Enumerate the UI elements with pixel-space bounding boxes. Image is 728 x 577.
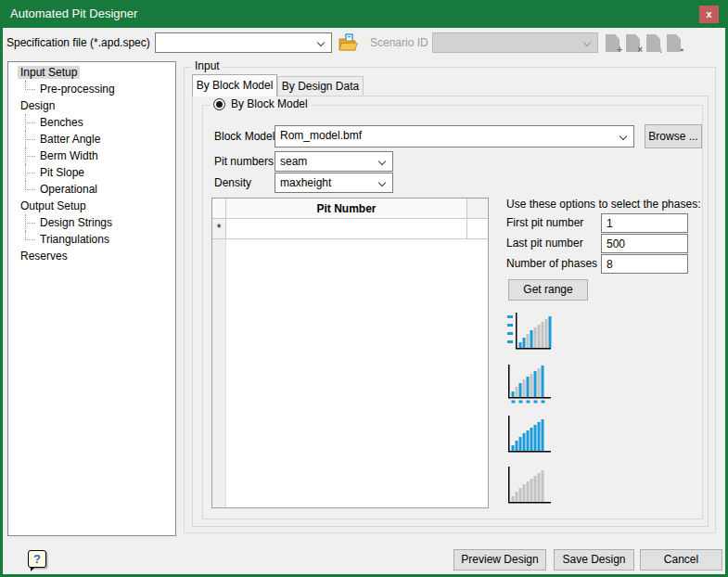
by-block-model-radio-label: By Block Model (231, 97, 308, 110)
tree-item-pre-processing[interactable]: Pre-processing (8, 81, 175, 97)
all-phases-selected-icon[interactable] (506, 412, 553, 455)
input-groupbox: Input By Block Model By Design Data By B… (184, 67, 716, 533)
table-row-filler (467, 219, 488, 239)
first-pit-number-field[interactable] (601, 213, 688, 233)
spec-file-combobox[interactable] (155, 32, 332, 53)
scenario-save-icon: ▪ (667, 34, 681, 52)
block-model-label: Block Model (214, 125, 275, 147)
tree-item-batter-angle[interactable]: Batter Angle (8, 131, 175, 147)
tree-item-pit-slope[interactable]: Pit Slope (8, 164, 175, 181)
by-block-model-radio[interactable] (213, 98, 225, 110)
phase-filter-by-value-icon[interactable] (506, 309, 553, 352)
square-badge: ▪ (680, 45, 683, 55)
tree-item-output-setup[interactable]: Output Setup (8, 198, 175, 214)
block-model-combobox[interactable]: Rom_model.bmf (275, 125, 634, 147)
titlebar[interactable]: Automated Pit Designer x (0, 0, 728, 28)
number-of-phases-field[interactable] (601, 254, 688, 274)
input-group-label: Input (191, 59, 224, 72)
density-value: maxheight (280, 173, 331, 193)
by-block-model-tab-page: By Block Model Block Model Rom_model.bmf… (192, 96, 709, 527)
dialog-content: Specification file (*.apd.spec) Scenario… (3, 28, 725, 574)
close-icon: x (706, 8, 711, 19)
chevron-down-icon (378, 158, 386, 165)
new-row-marker: * (212, 219, 226, 239)
phase-options-caption: Use these options to select the phases: (506, 198, 700, 211)
help-icon: ? (33, 552, 41, 566)
pit-number-column-header: Pit Number (226, 199, 467, 219)
scenario-delete-icon: × (626, 34, 640, 52)
block-model-value: Rom_model.bmf (280, 126, 362, 146)
chevron-down-icon (317, 39, 325, 46)
pit-numbers-value: seam (280, 152, 307, 172)
by-block-model-radio-row: By Block Model (210, 97, 312, 110)
preview-design-button[interactable]: Preview Design (453, 549, 546, 571)
cancel-button[interactable]: Cancel (640, 549, 722, 571)
last-pit-number-label: Last pit number (506, 234, 583, 253)
by-block-model-groupbox: By Block Model Block Model Rom_model.bmf… (202, 105, 703, 519)
save-design-button[interactable]: Save Design (554, 549, 634, 571)
tree-item-benches[interactable]: Benches (8, 114, 175, 131)
open-folder-icon (338, 33, 359, 52)
tree-item-operational[interactable]: Operational (8, 181, 175, 198)
arrow-badge: ↓ (658, 45, 663, 55)
density-combobox[interactable]: maxheight (275, 173, 393, 193)
tree-item-input-setup[interactable]: Input Setup (8, 64, 175, 81)
scenario-update-icon: ↓ (646, 34, 660, 52)
chevron-down-icon (378, 179, 386, 186)
settings-tree: Input Setup Pre-processing Design Benche… (7, 61, 176, 536)
first-pit-number-label: First pit number (506, 213, 583, 233)
chevron-down-icon (583, 39, 591, 46)
table-header-filler (467, 199, 488, 219)
pit-numbers-combobox[interactable]: seam (275, 151, 393, 172)
new-row-cell[interactable] (226, 219, 467, 239)
spec-file-label: Specification file (*.apd.spec) (6, 32, 150, 53)
row-header-strip (212, 239, 226, 507)
cross-badge: × (637, 45, 643, 55)
table-body (226, 239, 488, 507)
automated-pit-designer-dialog: Automated Pit Designer x Specification f… (0, 0, 728, 577)
get-range-button[interactable]: Get range (508, 279, 588, 301)
pit-numbers-label: Pit numbers (214, 150, 274, 173)
tree-item-berm-width[interactable]: Berm Width (8, 147, 175, 164)
scenario-add-icon: + (606, 34, 619, 52)
last-pit-number-field[interactable] (601, 234, 688, 253)
plus-badge: + (617, 45, 622, 55)
density-label: Density (214, 172, 251, 194)
chevron-down-icon (619, 133, 627, 140)
help-button[interactable]: ? (28, 550, 46, 568)
table-corner-cell (212, 199, 226, 219)
phase-filter-by-pit-icon[interactable] (506, 361, 553, 404)
scenario-id-combobox (432, 32, 598, 53)
pit-number-table[interactable]: Pit Number * (211, 198, 489, 508)
open-folder-button[interactable] (338, 33, 359, 52)
number-of-phases-label: Number of phases (506, 254, 597, 274)
window-title: Automated Pit Designer (10, 0, 137, 28)
browse-button[interactable]: Browse ... (645, 124, 702, 148)
tree-item-design-strings[interactable]: Design Strings (8, 214, 175, 231)
scenario-id-label: Scenario ID (370, 32, 428, 53)
tree-item-reserves[interactable]: Reserves (8, 248, 175, 264)
close-button[interactable]: x (699, 6, 719, 23)
no-phases-selected-icon[interactable] (506, 463, 553, 506)
tab-by-block-model[interactable]: By Block Model (192, 74, 277, 96)
tree-item-triangulations[interactable]: Triangulations (8, 231, 175, 248)
tab-by-design-data[interactable]: By Design Data (277, 76, 364, 96)
tree-item-design[interactable]: Design (8, 97, 175, 114)
